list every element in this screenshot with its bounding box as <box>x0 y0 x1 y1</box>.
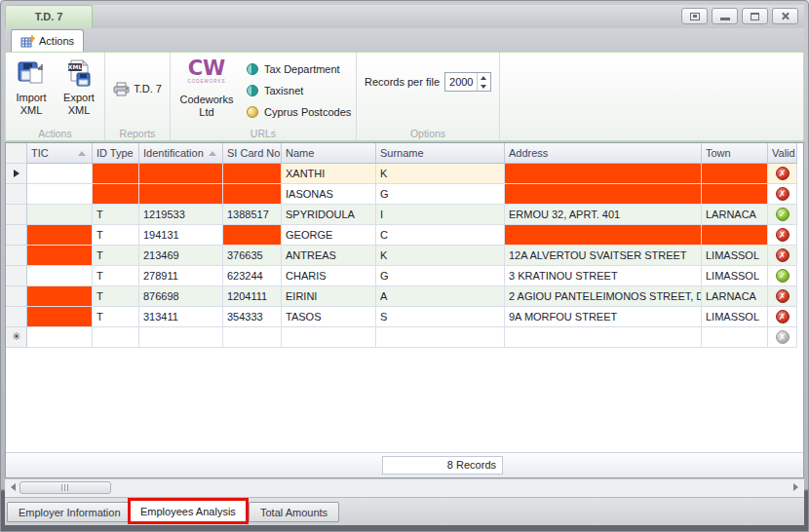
link-taxisnet[interactable]: Taxisnet <box>247 80 351 101</box>
grid-cell-si-card-no[interactable] <box>223 327 282 348</box>
grid-cell-town[interactable]: LIMASSOL <box>702 266 768 286</box>
grid-cell-identification[interactable] <box>139 327 223 348</box>
spin-up-button[interactable] <box>478 73 489 82</box>
grid-cell-valid[interactable]: ✗ <box>768 246 797 266</box>
records-per-file-spinner[interactable] <box>444 72 491 92</box>
grid-cell-id-type[interactable] <box>93 184 139 205</box>
grid-cell-surname[interactable]: S <box>376 307 505 327</box>
spin-down-button[interactable] <box>478 82 489 91</box>
grid-cell-surname[interactable]: G <box>376 266 505 286</box>
records-per-file-input[interactable] <box>445 73 477 91</box>
grid-cell-town[interactable] <box>702 327 768 348</box>
grid-cell-identification[interactable]: 213469 <box>139 246 223 266</box>
grid-cell-name[interactable]: XANTHI <box>282 164 376 184</box>
grid-cell-address[interactable]: 9A MORFOU STREET <box>505 307 702 327</box>
grid-cell-name[interactable]: CHARIS <box>282 266 376 286</box>
grid-cell-valid[interactable]: ✗ <box>768 184 797 205</box>
grid-cell-si-card-no[interactable]: 376635 <box>223 246 282 266</box>
scrollbar-thumb[interactable] <box>19 481 111 494</box>
grid-cell-identification[interactable]: 278911 <box>139 266 223 286</box>
tab-total-amounts[interactable]: Total Amounts <box>249 502 339 522</box>
grid-cell-id-type[interactable] <box>93 327 139 348</box>
grid-cell-name[interactable] <box>282 327 376 348</box>
column-header-surname[interactable]: Surname <box>376 143 505 164</box>
grid-cell-id-type[interactable]: T <box>93 286 139 307</box>
grid-cell-si-card-no[interactable] <box>223 164 282 184</box>
column-header-valid[interactable]: Valid <box>768 143 797 164</box>
import-xml-button[interactable]: Import XML <box>9 55 55 125</box>
codeworks-button[interactable]: CW CODEWORKS Codeworks Ltd <box>176 55 237 125</box>
close-button[interactable] <box>772 8 798 24</box>
grid-cell-surname[interactable]: I <box>376 205 505 225</box>
table-row[interactable]: T278911623244CHARISG3 KRATINOU STREETLIM… <box>6 266 803 286</box>
maximize-button[interactable] <box>742 8 768 24</box>
grid-cell-name[interactable]: GEORGE <box>282 225 376 246</box>
grid-cell-tic[interactable] <box>27 164 93 184</box>
grid-cell-address[interactable]: 2 AGIOU PANTELEIMONOS STREET, D... <box>505 286 702 307</box>
grid-cell-id-type[interactable]: T <box>93 205 139 225</box>
grid-cell-identification[interactable]: 194131 <box>139 225 223 246</box>
grid-cell-id-type[interactable]: T <box>93 225 139 246</box>
grid-cell-town[interactable] <box>702 225 768 246</box>
grid-cell-surname[interactable]: K <box>376 246 505 266</box>
grid-cell-name[interactable]: TASOS <box>282 307 376 327</box>
grid-cell-tic[interactable] <box>27 205 93 225</box>
grid-cell-tic[interactable] <box>27 327 93 348</box>
table-row[interactable]: T313411354333TASOSS9A MORFOU STREETLIMAS… <box>6 307 803 327</box>
minimize-button[interactable] <box>712 8 738 24</box>
grid-cell-town[interactable]: LARNACA <box>702 286 768 307</box>
grid-cell-address[interactable] <box>505 327 702 348</box>
grid-cell-tic[interactable] <box>27 307 93 327</box>
table-row[interactable]: T213469376635ANTREASK12A ALVERTOU SVAITS… <box>6 246 803 266</box>
grid-cell-id-type[interactable]: T <box>93 246 139 266</box>
column-header-address[interactable]: Address <box>505 143 702 164</box>
grid-cell-si-card-no[interactable] <box>223 225 282 246</box>
grid-cell-id-type[interactable]: T <box>93 307 139 327</box>
grid-cell-id-type[interactable] <box>93 164 139 184</box>
grid-cell-town[interactable]: LARNACA <box>702 205 768 225</box>
new-row[interactable]: ✳✗ <box>6 327 803 348</box>
grid-cell-name[interactable]: SPYRIDOULA <box>282 205 376 225</box>
column-header-si-card-no[interactable]: SI Card No <box>223 143 282 164</box>
grid-cell-tic[interactable] <box>27 286 93 307</box>
grid-cell-surname[interactable]: C <box>376 225 505 246</box>
column-header-name[interactable]: Name <box>282 143 376 164</box>
export-xml-button[interactable]: XML Export XML <box>57 55 102 125</box>
grid-cell-surname[interactable]: G <box>376 184 505 205</box>
td7-report-button[interactable]: T.D. 7 <box>109 79 166 99</box>
grid-cell-valid[interactable]: ✗ <box>768 286 797 307</box>
grid-cell-si-card-no[interactable] <box>223 184 282 205</box>
grid-cell-surname[interactable]: A <box>376 286 505 307</box>
grid-cell-valid[interactable]: ✗ <box>768 164 797 184</box>
grid-cell-address[interactable]: 3 KRATINOU STREET <box>505 266 702 286</box>
table-row[interactable]: IASONASG✗ <box>6 184 803 205</box>
table-row[interactable]: T12195331388517SPYRIDOULAIERMOU 32, APRT… <box>6 205 803 225</box>
grid-cell-town[interactable]: LIMASSOL <box>702 246 768 266</box>
grid-cell-surname[interactable]: K <box>376 164 505 184</box>
link-cyprus-postcodes[interactable]: Cyprus Postcodes <box>247 101 351 123</box>
grid-cell-valid[interactable]: ✗ <box>768 307 797 327</box>
grid-cell-identification[interactable] <box>139 164 223 184</box>
grid-cell-surname[interactable] <box>376 327 505 348</box>
grid-cell-identification[interactable]: 313411 <box>139 307 223 327</box>
link-tax-department[interactable]: Tax Department <box>247 58 351 80</box>
grid-cell-town[interactable] <box>702 164 768 184</box>
fit-screen-button[interactable] <box>681 8 708 24</box>
column-header-id-type[interactable]: ID Type <box>93 143 139 164</box>
grid-cell-valid[interactable]: ✓ <box>768 266 797 286</box>
scroll-right-arrow[interactable] <box>793 483 798 491</box>
tab-actions[interactable]: Actions <box>11 29 84 52</box>
grid-cell-id-type[interactable]: T <box>93 266 139 286</box>
grid-cell-tic[interactable] <box>27 184 93 205</box>
table-row[interactable]: T8766981204111EIRINIA2 AGIOU PANTELEIMON… <box>6 286 803 307</box>
grid-cell-tic[interactable] <box>27 266 93 286</box>
tab-employees-analysis[interactable]: Employees Analysis <box>131 506 246 517</box>
grid-cell-name[interactable]: EIRINI <box>282 286 376 307</box>
grid-cell-identification[interactable]: 876698 <box>139 286 223 307</box>
grid-cell-address[interactable]: 12A ALVERTOU SVAITSER STREET <box>505 246 702 266</box>
table-row[interactable]: T194131GEORGEC✗ <box>6 225 803 246</box>
grid-cell-address[interactable]: ERMOU 32, APRT. 401 <box>505 205 702 225</box>
column-header-tic[interactable]: TIC <box>27 143 93 164</box>
grid-cell-name[interactable]: ANTREAS <box>282 246 376 266</box>
grid-cell-valid[interactable]: ✗ <box>768 225 797 246</box>
